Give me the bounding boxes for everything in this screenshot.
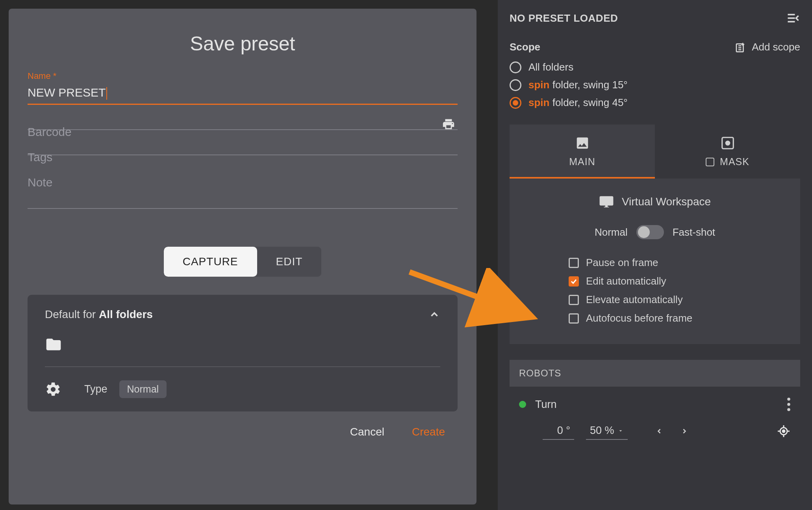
checkbox-pause-on-frame[interactable]: Pause on frame [569,257,788,269]
scope-radio-swing15[interactable]: spin folder, swing 15° [510,79,800,91]
more-icon[interactable] [787,398,791,411]
robots-controls: 0 ° 50 % [510,415,800,447]
target-icon[interactable] [777,424,791,438]
default-prefix: Default for [45,308,99,320]
scope-label: Scope [510,41,540,53]
type-chip[interactable]: Normal [119,380,167,398]
robots-header: ROBOTS [510,360,800,387]
collapse-panel-icon[interactable] [786,11,800,25]
add-scope-label: Add scope [752,41,800,53]
barcode-input[interactable] [28,123,458,130]
modal-title: Save preset [28,32,458,55]
card-divider [45,367,440,367]
checkbox-label-1: Edit automatically [586,275,666,287]
svg-point-15 [782,430,785,432]
folder-icon [45,336,62,353]
checkbox-label-0: Pause on frame [586,257,658,269]
checkbox-label-2: Elevate automatically [586,294,683,306]
tab-main[interactable]: MAIN [510,125,655,179]
note-input[interactable] [28,173,458,209]
svg-point-10 [726,141,730,145]
scope-radio-swing45[interactable]: spin folder, swing 45° [510,97,800,109]
speed-field[interactable]: 50 % [586,422,628,440]
mask-checkbox-icon [706,158,714,166]
default-card: Default for All folders Type Normal [28,295,458,411]
monitor-icon [599,194,614,209]
workspace-section: Virtual Workspace Normal Fast-shot Pause… [510,179,800,344]
default-header-text: Default for All folders [45,308,153,321]
capture-segment[interactable]: CAPTURE [164,247,257,277]
preset-status: NO PRESET LOADED [510,12,618,24]
nav-arrows [655,426,688,437]
text-caret [106,87,107,100]
save-preset-modal: Save preset Name * NEW PRESET Barcode Ta… [9,9,476,504]
virtual-workspace-row: Virtual Workspace [521,194,788,209]
side-panel: NO PRESET LOADED Scope Add scope All fol… [498,0,812,510]
scope-header: Scope Add scope [510,41,800,53]
shot-mode-toggle-row: Normal Fast-shot [521,225,788,239]
name-field: Name * NEW PRESET [28,71,458,105]
svg-point-12 [787,403,790,406]
mode-segmented: CAPTURE EDIT [28,247,458,277]
tab-mask[interactable]: MASK [655,125,800,179]
name-value: NEW PRESET [28,86,106,99]
scope-radio-list: All folders spin folder, swing 15° spin … [510,61,800,109]
cancel-button[interactable]: Cancel [350,426,384,438]
type-label: Type [84,383,108,395]
name-input[interactable]: NEW PRESET [28,84,458,105]
add-scope-button[interactable]: Add scope [734,41,800,53]
checkbox-label-3: Autofocus before frame [586,312,692,324]
shot-mode-toggle[interactable] [636,225,664,239]
tags-input[interactable] [28,148,458,155]
mode-segmented-wrap: CAPTURE EDIT [164,247,322,277]
chevron-up-icon[interactable] [428,309,440,320]
scope-suffix-45: folder, swing 45° [549,97,627,108]
default-header[interactable]: Default for All folders [45,308,440,321]
create-button[interactable]: Create [412,426,445,438]
workspace-checkbox-list: Pause on frame Edit automatically Elevat… [521,257,788,324]
chevron-left-icon[interactable] [655,426,663,437]
status-dot-icon [519,401,526,408]
tags-field[interactable]: Tags [28,148,458,155]
default-target: All folders [99,308,153,320]
edit-segment[interactable]: EDIT [257,247,322,277]
default-folder-row [45,336,440,353]
angle-field[interactable]: 0 ° [543,422,574,440]
svg-point-11 [787,398,790,401]
gear-icon [45,381,61,398]
robots-turn-row[interactable]: Turn [510,387,800,415]
toggle-right-label: Fast-shot [673,226,715,238]
note-field[interactable]: Note [28,173,458,217]
toggle-left-label: Normal [595,226,628,238]
type-row: Type Normal [45,380,440,398]
robot-name: Turn [535,398,557,410]
svg-point-13 [787,408,790,411]
checkbox-elevate-automatically[interactable]: Elevate automatically [569,294,788,306]
checkbox-edit-automatically[interactable]: Edit automatically [569,275,788,287]
scope-highlight-45: spin [528,97,549,108]
scope-suffix-15: folder, swing 15° [549,79,627,91]
tab-main-label: MAIN [569,156,595,168]
tab-mask-label: MASK [720,156,749,168]
virtual-workspace-label: Virtual Workspace [622,195,711,208]
scope-highlight-15: spin [528,79,549,91]
scope-radio-all[interactable]: All folders [510,61,800,73]
panel-tabs: MAIN MASK [510,125,800,179]
checkbox-autofocus[interactable]: Autofocus before frame [569,312,788,324]
name-label: Name * [28,71,458,81]
print-icon[interactable] [442,117,455,131]
modal-actions: Cancel Create [28,426,458,438]
chevron-right-icon[interactable] [680,426,688,437]
scope-text-all: All folders [528,61,573,73]
barcode-field[interactable]: Barcode [28,123,458,130]
speed-value: 50 % [590,424,614,437]
panel-header: NO PRESET LOADED [510,11,800,25]
